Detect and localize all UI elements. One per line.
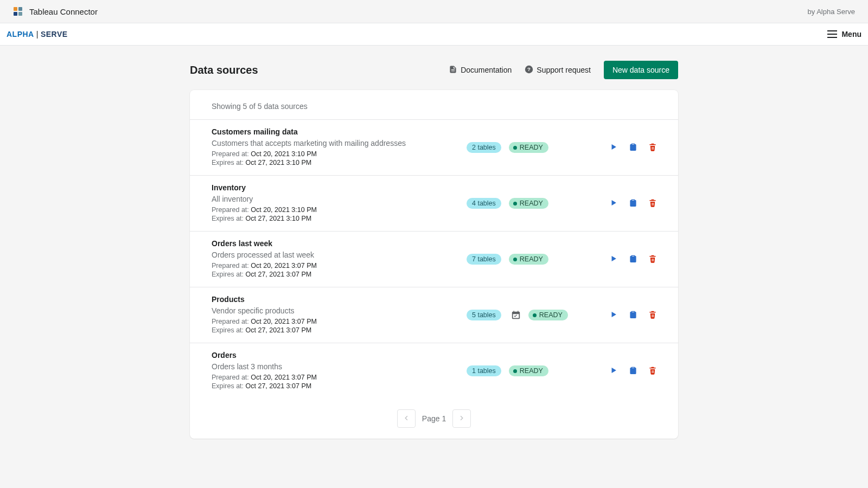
row-prepared: Prepared at: Oct 20, 2021 3:10 PM (212, 150, 467, 158)
copy-button[interactable] (629, 310, 637, 320)
run-button[interactable] (610, 199, 617, 208)
row-expires: Expires at: Oct 27, 2021 3:10 PM (212, 215, 467, 222)
tables-badge: 4 tables (467, 198, 501, 209)
clipboard-icon (629, 198, 637, 209)
summary-label: Showing 5 of 5 data sources (190, 90, 678, 119)
support-link[interactable]: ? Support request (525, 65, 591, 75)
delete-button[interactable] (649, 366, 656, 376)
page-header: Data sources Documentation ? Support req… (190, 46, 678, 90)
delete-button[interactable] (649, 254, 656, 265)
row-prepared: Prepared at: Oct 20, 2021 3:07 PM (212, 318, 467, 325)
play-icon (610, 255, 617, 264)
row-actions (580, 310, 656, 320)
delete-button[interactable] (649, 143, 656, 153)
row-description: Orders last 3 months (212, 362, 467, 371)
status-badge: READY (528, 310, 568, 320)
row-badges: 2 tables READY (467, 142, 580, 153)
status-badge: READY (509, 254, 548, 265)
row-prepared: Prepared at: Oct 20, 2021 3:07 PM (212, 262, 467, 269)
play-icon (610, 199, 617, 208)
row-title: Customers mailing data (212, 127, 467, 136)
row-info[interactable]: Orders last week Orders processed at las… (212, 239, 467, 279)
row-title: Products (212, 295, 467, 304)
svg-rect-2 (14, 12, 17, 16)
row-info[interactable]: Inventory All inventory Prepared at: Oct… (212, 183, 467, 223)
tables-badge: 5 tables (467, 310, 501, 320)
copy-button[interactable] (629, 254, 637, 265)
tables-badge: 1 tables (467, 365, 501, 376)
row-actions (580, 254, 656, 265)
play-icon (610, 143, 617, 152)
top-bar: Tableau Connector by Alpha Serve (0, 0, 868, 23)
row-description: Vendor specific products (212, 306, 467, 315)
row-title: Inventory (212, 183, 467, 192)
trash-icon (649, 366, 656, 376)
trash-icon (649, 143, 656, 153)
page-label: Page 1 (422, 414, 446, 423)
documentation-link[interactable]: Documentation (449, 65, 512, 75)
logo[interactable]: ALPHA | SERVE (7, 30, 68, 38)
row-prepared: Prepared at: Oct 20, 2021 3:10 PM (212, 206, 467, 214)
row-expires: Expires at: Oct 27, 2021 3:07 PM (212, 326, 467, 334)
row-info[interactable]: Customers mailing data Customers that ac… (212, 127, 467, 168)
table-row: Inventory All inventory Prepared at: Oct… (190, 175, 678, 231)
chevron-right-icon (458, 414, 465, 423)
row-expires: Expires at: Oct 27, 2021 3:10 PM (212, 159, 467, 166)
copy-button[interactable] (629, 198, 637, 209)
delete-button[interactable] (649, 310, 656, 320)
play-icon (610, 367, 617, 376)
play-icon (610, 311, 617, 320)
trash-icon (649, 310, 656, 320)
menu-icon (827, 30, 837, 38)
table-row: Products Vendor specific products Prepar… (190, 287, 678, 343)
row-badges: 4 tables READY (467, 198, 580, 209)
row-description: All inventory (212, 195, 467, 203)
copy-button[interactable] (629, 366, 637, 376)
trash-icon (649, 254, 656, 265)
app-icon (13, 7, 23, 16)
row-title: Orders last week (212, 239, 467, 248)
new-data-source-button[interactable]: New data source (604, 61, 678, 79)
svg-rect-3 (18, 12, 22, 16)
top-bar-left: Tableau Connector (13, 7, 98, 16)
schedule-icon (511, 310, 521, 320)
pagination: Page 1 (190, 399, 678, 428)
status-badge: READY (509, 198, 548, 209)
page-title: Data sources (190, 64, 258, 76)
row-prepared: Prepared at: Oct 20, 2021 3:07 PM (212, 374, 467, 381)
tables-badge: 7 tables (467, 254, 501, 265)
delete-button[interactable] (649, 198, 656, 209)
run-button[interactable] (610, 255, 617, 264)
row-badges: 1 tables READY (467, 365, 580, 376)
page-prev-button[interactable] (397, 409, 416, 428)
row-info[interactable]: Orders Orders last 3 months Prepared at:… (212, 351, 467, 391)
copy-button[interactable] (629, 143, 637, 153)
data-sources-card: Showing 5 of 5 data sources Customers ma… (190, 90, 678, 439)
run-button[interactable] (610, 143, 617, 152)
table-row: Customers mailing data Customers that ac… (190, 119, 678, 175)
row-description: Customers that accepts marketing with ma… (212, 139, 467, 147)
menu-button[interactable]: Menu (827, 30, 861, 38)
row-info[interactable]: Products Vendor specific products Prepar… (212, 295, 467, 335)
page-next-button[interactable] (452, 409, 471, 428)
svg-rect-1 (18, 7, 22, 11)
status-badge: READY (509, 142, 548, 153)
row-description: Orders processed at last week (212, 251, 467, 259)
run-button[interactable] (610, 311, 617, 320)
row-badges: 5 tables READY (467, 310, 580, 320)
help-icon: ? (525, 65, 533, 75)
clipboard-icon (629, 310, 637, 320)
run-button[interactable] (610, 367, 617, 376)
tables-badge: 2 tables (467, 142, 501, 153)
chevron-left-icon (403, 414, 410, 423)
row-expires: Expires at: Oct 27, 2021 3:07 PM (212, 271, 467, 278)
clipboard-icon (629, 254, 637, 265)
row-actions (580, 143, 656, 153)
svg-text:?: ? (527, 66, 531, 72)
header: ALPHA | SERVE Menu (0, 23, 868, 46)
row-badges: 7 tables READY (467, 254, 580, 265)
table-row: Orders last week Orders processed at las… (190, 231, 678, 287)
clipboard-icon (629, 143, 637, 153)
page-actions: Documentation ? Support request New data… (449, 61, 678, 79)
app-title: Tableau Connector (29, 7, 98, 16)
